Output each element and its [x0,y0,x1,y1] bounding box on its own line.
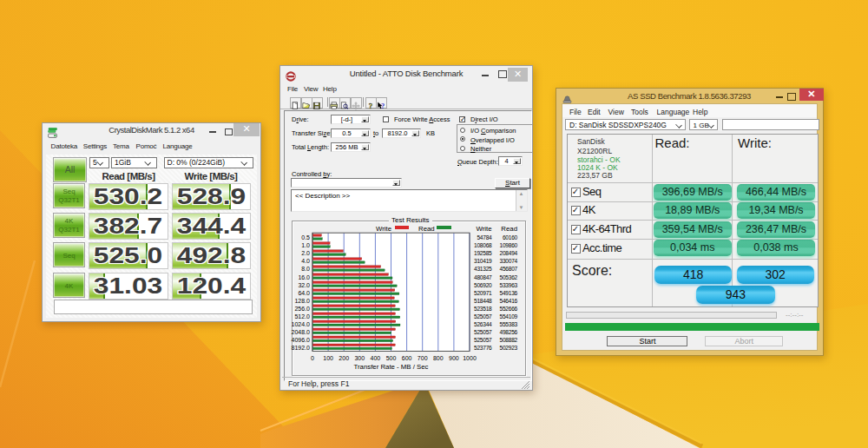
svg-text:505362: 505362 [499,274,517,280]
svg-text:506920: 506920 [474,282,492,288]
svg-text:60160: 60160 [503,234,518,240]
svg-text:502923: 502923 [499,345,517,351]
svg-text:32.0: 32.0 [298,282,310,288]
svg-text:500: 500 [386,355,397,361]
svg-text:128.0: 128.0 [294,298,310,304]
svg-text:310419: 310419 [474,258,492,264]
svg-text:0.5: 0.5 [301,234,310,240]
svg-text:100: 100 [323,355,333,361]
svg-text:900: 900 [449,355,459,361]
svg-text:8.0: 8.0 [301,266,310,272]
svg-text:431325: 431325 [474,266,492,272]
svg-text:256.0: 256.0 [294,306,310,312]
svg-text:526344: 526344 [474,321,492,327]
svg-text:523776: 523776 [474,345,492,351]
svg-text:800: 800 [433,355,444,361]
svg-text:192585: 192585 [474,250,492,256]
svg-text:300: 300 [354,355,365,361]
svg-text:54784: 54784 [477,234,492,240]
svg-text:552666: 552666 [499,306,517,312]
svg-text:208494: 208494 [499,250,517,256]
svg-text:0: 0 [311,355,314,361]
svg-text:600: 600 [402,355,412,361]
svg-text:Read: Read [418,225,435,233]
svg-text:330074: 330074 [499,258,517,264]
svg-text:554109: 554109 [499,313,517,320]
svg-text:518448: 518448 [474,298,492,304]
svg-text:525057: 525057 [474,329,492,335]
svg-text:Write: Write [376,225,391,233]
svg-text:549136: 549136 [499,290,517,296]
svg-text:2.0: 2.0 [301,250,310,256]
svg-text:Transfer Rate - MB / Sec: Transfer Rate - MB / Sec [354,363,429,371]
svg-text:8192.0: 8192.0 [292,345,311,351]
svg-text:456807: 456807 [499,266,517,272]
svg-text:508882: 508882 [499,337,517,343]
svg-text:16.0: 16.0 [298,274,310,280]
svg-text:520971: 520971 [474,290,492,296]
svg-text:64.0: 64.0 [298,290,310,296]
svg-text:200: 200 [339,355,349,361]
svg-text:512.0: 512.0 [294,313,310,320]
svg-text:2048.0: 2048.0 [292,329,311,335]
svg-text:?: ? [381,102,385,110]
svg-text:4.0: 4.0 [301,258,310,264]
svg-text:700: 700 [418,355,428,361]
svg-text:109860: 109860 [499,242,517,248]
svg-text:1024.0: 1024.0 [292,321,311,327]
svg-text:546416: 546416 [499,298,517,304]
svg-text:525057: 525057 [474,313,492,320]
svg-text:533963: 533963 [499,282,517,288]
svg-text:108068: 108068 [474,242,492,248]
svg-text:555383: 555383 [499,321,517,327]
svg-text:4096.0: 4096.0 [292,337,311,343]
svg-text:Read: Read [501,225,517,233]
svg-text:523518: 523518 [474,306,492,312]
svg-text:1000: 1000 [463,355,477,361]
svg-text:Write: Write [476,225,491,233]
svg-text:498256: 498256 [499,329,517,335]
svg-text:480847: 480847 [474,274,492,280]
svg-text:1.0: 1.0 [301,242,310,248]
svg-text:525057: 525057 [474,337,492,343]
svg-text:400: 400 [371,355,381,361]
